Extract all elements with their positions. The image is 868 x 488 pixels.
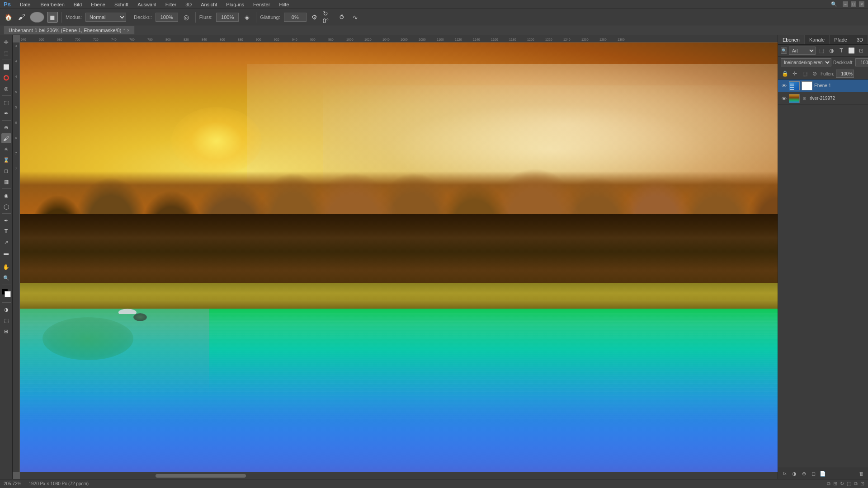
foreground-background-colors[interactable] (2, 289, 11, 300)
menu-schrift[interactable]: Schrift (113, 1, 130, 8)
pen-tool[interactable]: ✒ (1, 216, 11, 225)
eyedropper-tool[interactable]: ✒ (1, 108, 11, 118)
menu-bearbeiten[interactable]: Bearbeiten (39, 1, 66, 8)
airbrush-icon[interactable]: ◈ (241, 12, 252, 23)
glattung-input[interactable] (284, 13, 307, 22)
filter-shape-icon[interactable]: ⬜ (847, 47, 855, 55)
heal-tool[interactable]: ⊕ (1, 122, 11, 132)
new-layer-button[interactable]: 📄 (819, 469, 827, 478)
scrollbar-thumb[interactable] (156, 474, 246, 478)
ruler-mark: 1020 (364, 38, 382, 42)
angle-icon[interactable]: ↻ 0° (323, 12, 334, 23)
pressure-icon[interactable]: ◎ (181, 12, 192, 23)
window-controls: 🔍 – □ × (831, 1, 864, 7)
new-fill-adj-button[interactable]: ⊕ (800, 469, 808, 478)
dodge-tool[interactable]: ◯ (1, 202, 11, 211)
deckkraft-input[interactable] (156, 13, 178, 22)
menu-ebene[interactable]: Ebene (89, 1, 107, 8)
path-tool[interactable]: ↗ (1, 237, 11, 247)
fuellen-input[interactable] (836, 70, 854, 78)
move-tool[interactable]: ✛ (1, 37, 11, 47)
filter-type-icon[interactable]: T (837, 47, 845, 55)
menu-filter[interactable]: Filter (164, 1, 178, 8)
canvas-rotate-icon[interactable]: ↻ (840, 481, 844, 487)
brush-tool[interactable]: 🖌 (1, 133, 11, 143)
menu-hilfe[interactable]: Hilfe (277, 1, 291, 8)
background-color[interactable] (5, 291, 11, 297)
blur-tool[interactable]: ◉ (1, 191, 11, 201)
menu-plugins[interactable]: Plug-ins (224, 1, 246, 8)
right-panel: Ebenen Kanäle Pfade 3D 🔍 Art ⬚ ◑ T ⬜ ⊡ (778, 35, 868, 479)
filter-adj-icon[interactable]: ◑ (827, 47, 835, 55)
menu-auswahl[interactable]: Auswahl (136, 1, 158, 8)
arrange2-icon[interactable]: ⧉ (854, 481, 858, 487)
ruler-mark: 780 (147, 38, 165, 42)
lock-pos-icon[interactable]: ✛ (791, 70, 799, 78)
minimize-button[interactable]: – (843, 1, 848, 7)
history-tool[interactable]: ⌛ (1, 155, 11, 165)
menu-ansicht[interactable]: Ansicht (199, 1, 219, 8)
menu-fenster[interactable]: Fenster (251, 1, 272, 8)
select-rect-tool[interactable]: ⬜ (1, 62, 11, 72)
lasso-tool[interactable]: ⭕ (1, 73, 11, 83)
close-button[interactable]: × (859, 1, 864, 7)
zoom-fit-icon[interactable]: ⬚ (847, 481, 851, 487)
delete-layer-button[interactable]: 🗑 (857, 469, 865, 478)
horizontal-scrollbar[interactable] (20, 472, 778, 479)
tab-kanaele[interactable]: Kanäle (805, 35, 830, 44)
smoothing-icon[interactable]: ∿ (350, 12, 361, 23)
quick-mask-icon[interactable]: ◑ (1, 305, 11, 314)
extra-tools-icon[interactable]: ⊞ (1, 326, 11, 336)
canvas-content[interactable] (20, 42, 778, 472)
symmetry-icon[interactable]: ⥀ (336, 12, 347, 23)
tab-3d[interactable]: 3D (852, 35, 868, 44)
hand-tool[interactable]: ✋ (1, 262, 11, 272)
lock-icon[interactable]: 🔒 (781, 70, 789, 78)
menu-bild[interactable]: Bild (72, 1, 84, 8)
filter-smart-icon[interactable]: ⊡ (857, 47, 865, 55)
ruler-mark: 880 (238, 38, 256, 42)
crop-tool[interactable]: ⬚ (1, 98, 11, 108)
layer-visibility-river[interactable]: 👁 (781, 95, 787, 102)
layer-row-ebene1[interactable]: 👁 Ebene 1 (778, 80, 868, 92)
zoom-tool[interactable]: 🔍 (1, 273, 11, 283)
add-layer-style-button[interactable]: fx (781, 469, 789, 478)
canvas-snap-icon[interactable]: ⊞ (833, 481, 837, 487)
settings-icon[interactable]: ⚙ (309, 12, 320, 23)
lock-px-icon[interactable]: ⬚ (801, 70, 809, 78)
menu-datei[interactable]: Datei (18, 1, 33, 8)
layer-type-filter[interactable]: Art (789, 47, 816, 55)
tool-separator-4 (2, 188, 11, 189)
text-tool[interactable]: T (1, 226, 11, 236)
layer-visibility-ebene1[interactable]: 👁 (781, 83, 787, 89)
tab-ebenen[interactable]: Ebenen (778, 35, 805, 44)
search-icon[interactable]: 🔍 (831, 1, 837, 7)
home-icon[interactable]: 🏠 (3, 12, 14, 23)
fullscreen-icon[interactable]: ⊡ (860, 481, 864, 487)
layer-row-river[interactable]: 👁 ⊞ river-219972 (778, 92, 868, 105)
blend-mode-select[interactable]: Normal (85, 13, 126, 22)
add-mask-button[interactable]: ◑ (790, 469, 798, 478)
new-group-button[interactable]: ◻ (809, 469, 817, 478)
arrange-icon[interactable]: ⧉ (827, 481, 830, 487)
shapes-tool[interactable]: ▬ (1, 248, 11, 258)
filter-pixel-icon[interactable]: ⬚ (817, 47, 826, 55)
artboard-tool[interactable]: ⬚ (1, 48, 11, 58)
brush-mask-icon[interactable]: ◼ (47, 12, 58, 23)
tab-pfade[interactable]: Pfade (830, 35, 852, 44)
deckkraft-layer-input[interactable] (855, 58, 868, 66)
brush-preset-icon[interactable] (30, 12, 44, 23)
gradient-tool[interactable]: ▦ (1, 177, 11, 187)
menu-3d[interactable]: 3D (184, 1, 193, 8)
eraser-tool[interactable]: ◻ (1, 166, 11, 176)
blend-mode-layer-select[interactable]: Ineinanderkopieren (781, 58, 831, 66)
screen-mode-icon[interactable]: ⬚ (1, 315, 11, 325)
clone-tool[interactable]: ✳ (1, 144, 11, 154)
maximize-button[interactable]: □ (851, 1, 856, 7)
fluss-input[interactable] (216, 13, 239, 22)
brush-tool-icon[interactable]: 🖌 (16, 12, 27, 23)
quick-select-tool[interactable]: ◎ (1, 84, 11, 94)
lock-art-icon[interactable]: ⊘ (811, 70, 819, 78)
document-tab[interactable]: Unbenannt-1 bei 206% (Ebene 1, Ebenenmas… (4, 26, 135, 34)
tab-close-icon[interactable]: × (127, 28, 130, 33)
